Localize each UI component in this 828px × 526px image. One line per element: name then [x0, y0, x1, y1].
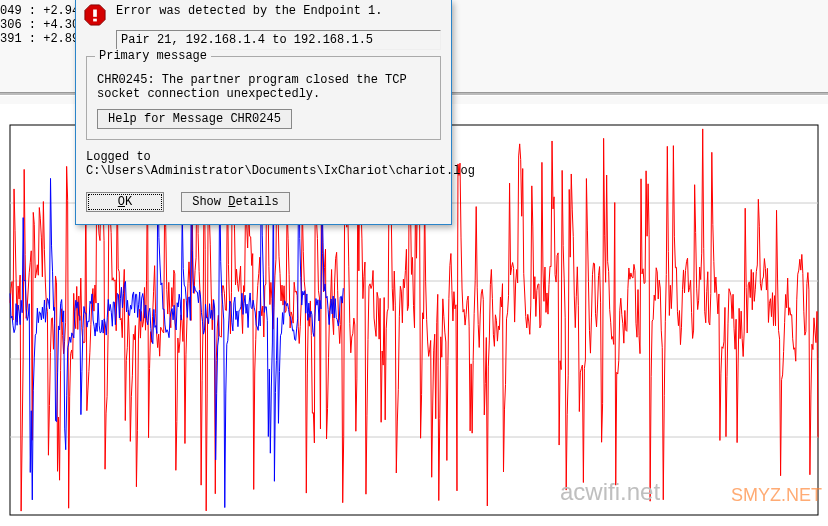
- details-rest: etails: [235, 195, 278, 209]
- logged-path: C:\Users\Administrator\Documents\IxChari…: [86, 164, 441, 178]
- logged-label: Logged to: [86, 150, 441, 164]
- pair-info: Pair 21, 192.168.1.4 to 192.168.1.5: [116, 30, 441, 50]
- primary-message-group: Primary message CHR0245: The partner pro…: [86, 56, 441, 140]
- svg-rect-7: [93, 19, 97, 22]
- log-info: Logged to C:\Users\Administrator\Documen…: [86, 150, 441, 178]
- show-details-button[interactable]: Show Details: [181, 192, 289, 212]
- error-message: Error was detected by the Endpoint 1.: [116, 4, 443, 18]
- ok-button-rest: K: [125, 195, 132, 209]
- help-button[interactable]: Help for Message CHR0245: [97, 109, 292, 129]
- primary-message-text: CHR0245: The partner program closed the …: [97, 73, 430, 101]
- error-stop-icon: [84, 4, 106, 26]
- svg-rect-6: [93, 10, 97, 17]
- ok-button[interactable]: OK: [86, 192, 164, 212]
- error-dialog: Error was detected by the Endpoint 1. Pa…: [75, 0, 452, 225]
- fieldset-legend: Primary message: [95, 49, 211, 63]
